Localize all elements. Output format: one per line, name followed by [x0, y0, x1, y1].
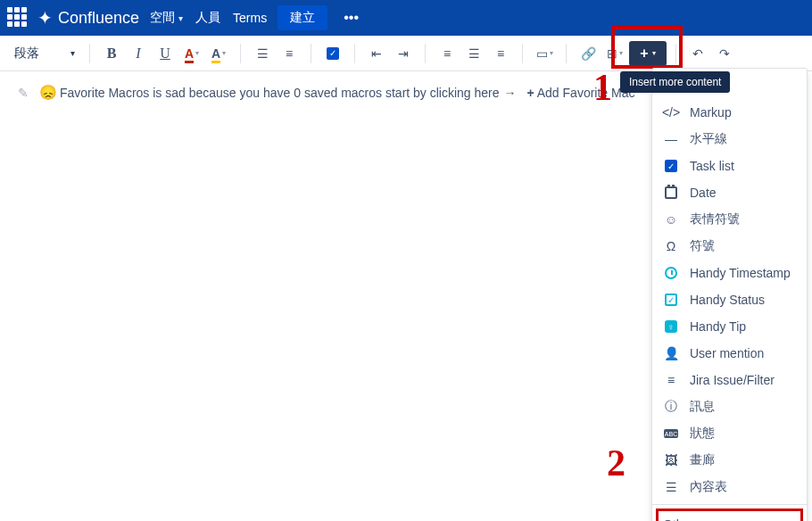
global-nav: ✦ Confluence 空間▾ 人員 Terms 建立 •••: [0, 0, 812, 36]
align-left-button[interactable]: ≡: [435, 41, 460, 66]
app-name: Confluence: [58, 9, 139, 28]
highlight-button[interactable]: A▾: [206, 41, 231, 66]
arrow-right-icon: →: [504, 86, 517, 100]
chevron-down-icon: ▾: [70, 48, 75, 58]
task-button[interactable]: ✓: [320, 41, 345, 66]
menu-tasklist[interactable]: ✓Task list: [652, 153, 807, 179]
outdent-button[interactable]: ⇤: [364, 41, 389, 66]
format-select[interactable]: 段落▾: [9, 45, 80, 62]
toc-icon: ☰: [663, 479, 679, 495]
clock-icon: [663, 265, 679, 281]
menu-date[interactable]: Date: [652, 179, 807, 206]
nav-terms[interactable]: Terms: [231, 11, 269, 25]
chevron-down-icon: ▾: [178, 13, 183, 23]
emoji-icon: ☺: [663, 211, 679, 227]
link-button[interactable]: 🔗: [576, 41, 601, 66]
insert-dropdown: 🔗Link </>Markup —水平線 ✓Task list Date ☺表情…: [651, 68, 808, 521]
menu-gallery[interactable]: 🖼畫廊: [652, 447, 807, 474]
menu-other-macros[interactable]: Other macros: [652, 509, 807, 521]
menu-jira[interactable]: ≡Jira Issue/Filter: [652, 367, 807, 393]
hr-icon: —: [663, 131, 679, 147]
align-center-button[interactable]: ☰: [461, 41, 486, 66]
plus-icon: +: [640, 45, 648, 62]
table-button[interactable]: ⊞▾: [602, 41, 627, 66]
app-switcher-icon[interactable]: [7, 7, 29, 29]
insert-more-button[interactable]: + ▾: [629, 41, 667, 66]
tip-icon: ♀: [663, 318, 679, 335]
chevron-down-icon: ▾: [652, 49, 656, 57]
jira-icon: ≡: [663, 372, 679, 388]
text-color-button[interactable]: A▾: [179, 41, 204, 66]
insert-tooltip: Insert more content: [620, 71, 730, 93]
gallery-icon: 🖼: [663, 452, 679, 468]
redo-button[interactable]: ↷: [712, 41, 737, 66]
menu-emoji[interactable]: ☺表情符號: [652, 206, 807, 233]
menu-timestamp[interactable]: Handy Timestamp: [652, 260, 807, 286]
plus-icon: +: [527, 86, 534, 100]
menu-info[interactable]: ⓘ訊息: [652, 393, 807, 420]
menu-toc[interactable]: ☰內容表: [652, 474, 807, 500]
menu-symbol[interactable]: Ω符號: [652, 233, 807, 260]
menu-status[interactable]: ✓Handy Status: [652, 286, 807, 313]
bold-button[interactable]: B: [99, 41, 124, 66]
align-right-button[interactable]: ≡: [488, 41, 513, 66]
task-icon: ✓: [663, 158, 679, 174]
number-list-button[interactable]: ≡: [277, 41, 302, 66]
user-icon: 👤: [663, 345, 679, 361]
calendar-icon: [663, 185, 679, 201]
nav-people[interactable]: 人員: [194, 10, 222, 26]
undo-button[interactable]: ↶: [685, 41, 710, 66]
favorite-macros-hint[interactable]: 😞 Favorite Macros is sad because you hav…: [39, 84, 517, 101]
add-favorite-button[interactable]: + Add Favorite Mac: [527, 86, 635, 100]
nav-spaces[interactable]: 空間▾: [148, 10, 185, 26]
status-badge-icon: ABC: [663, 426, 679, 442]
menu-divider: [652, 504, 807, 505]
menu-mention[interactable]: 👤User mention: [652, 340, 807, 367]
callout-number-1: 1: [593, 66, 612, 109]
menu-hr[interactable]: —水平線: [652, 126, 807, 153]
confluence-logo[interactable]: ✦ Confluence: [37, 7, 139, 29]
create-button[interactable]: 建立: [278, 5, 327, 30]
callout-number-2: 2: [607, 442, 626, 484]
menu-markup[interactable]: </>Markup: [652, 99, 807, 126]
editor-toolbar: 段落▾ B I U A▾ A▾ ☰ ≡ ✓ ⇤ ⇥ ≡ ☰ ≡ ▭▾ 🔗 ⊞▾ …: [0, 36, 812, 71]
sad-emoji-icon: 😞: [39, 84, 57, 101]
indent-button[interactable]: ⇥: [391, 41, 416, 66]
underline-button[interactable]: U: [153, 41, 178, 66]
check-square-icon: ✓: [663, 292, 679, 308]
more-button[interactable]: •••: [336, 4, 366, 31]
confluence-icon: ✦: [37, 7, 53, 29]
layout-button[interactable]: ▭▾: [532, 41, 557, 66]
italic-button[interactable]: I: [126, 41, 151, 66]
info-icon: ⓘ: [663, 399, 679, 415]
pencil-icon: ✎: [18, 86, 29, 100]
menu-tip[interactable]: ♀Handy Tip: [652, 313, 807, 340]
menu-state[interactable]: ABC狀態: [652, 420, 807, 447]
bullet-list-button[interactable]: ☰: [250, 41, 275, 66]
code-icon: </>: [663, 104, 679, 120]
omega-icon: Ω: [663, 238, 679, 254]
